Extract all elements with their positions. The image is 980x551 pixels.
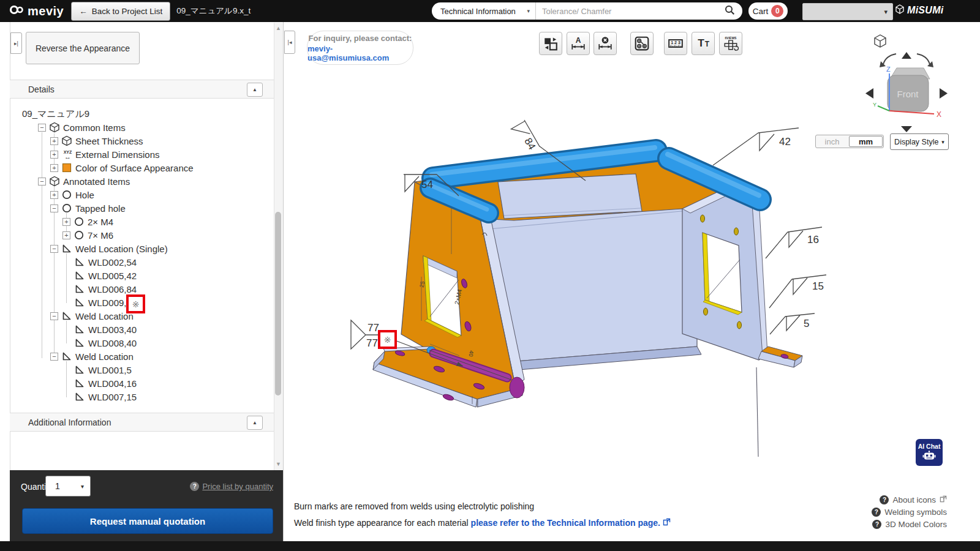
search-icon[interactable]: [725, 5, 735, 18]
help-link-welding-symbols[interactable]: ?Welding symbols: [872, 506, 947, 518]
search-category-select[interactable]: Technical Information ▾: [432, 2, 536, 20]
expand-panel-handle[interactable]: ▸|: [10, 32, 22, 54]
unit-mm-option[interactable]: mm: [849, 136, 883, 147]
details-tree: 09_マニュアル9−Common Items+Sheet Thickness+X…: [10, 107, 273, 403]
request-quotation-button[interactable]: Request manual quotation: [22, 508, 273, 534]
tree-item-label: WLD009,7: [88, 298, 132, 308]
collapse-additional-button[interactable]: ▲: [247, 416, 263, 430]
tree-item[interactable]: WLD008,40: [10, 336, 273, 350]
expander-icon[interactable]: +: [62, 231, 70, 239]
dim-label: 40: [467, 350, 475, 358]
tree-item[interactable]: −Weld Location: [10, 350, 273, 363]
technical-info-link[interactable]: please refer to the Technical Informatio…: [471, 518, 660, 528]
tree-item[interactable]: +Color of Surface Appearance: [10, 161, 273, 174]
expander-icon[interactable]: −: [38, 178, 46, 186]
tree-item-label: WLD001,5: [88, 365, 132, 375]
back-arrow-icon: ←: [79, 7, 88, 16]
expander-icon[interactable]: −: [50, 312, 58, 320]
price-list-link[interactable]: ? Price list by quantity: [190, 482, 273, 491]
tree-item[interactable]: +7× M6: [10, 228, 273, 242]
search-bar: Technical Information ▾: [432, 2, 742, 20]
tree-item[interactable]: −Weld Location (Single): [10, 242, 273, 255]
view-controls[interactable]: Front Z X Y: [865, 35, 948, 132]
tree-item[interactable]: 09_マニュアル9: [10, 107, 273, 121]
tree-item-label: Hole: [75, 190, 94, 200]
help-link-about-icons[interactable]: ?About icons: [880, 493, 947, 506]
3d-viewport[interactable]: 2×M4 25 40: [284, 22, 980, 541]
cube-icon: [49, 122, 62, 133]
tree-item[interactable]: WLD006,84: [10, 282, 273, 296]
tri-icon: [74, 324, 87, 335]
scroll-up-button[interactable]: ▲: [274, 24, 282, 32]
back-to-project-list-button[interactable]: ← Back to Project List: [71, 2, 170, 21]
project-tab-title[interactable]: 09_マニュアル9.x_t: [176, 6, 251, 17]
viewer-area: |◂ For inquiry, please contact: meviy-us…: [283, 22, 980, 541]
scrollbar-thumb[interactable]: [275, 212, 281, 395]
tree-item-label: Tapped hole: [75, 203, 126, 214]
quantity-select[interactable]: 1 ▾: [45, 476, 91, 497]
scroll-down-button[interactable]: ▼: [274, 460, 282, 468]
ai-chat-button[interactable]: AI Chat: [916, 439, 943, 466]
tree-item-label: Sheet Thickness: [75, 136, 143, 146]
additional-info-section-header[interactable]: Additional Information ▲: [10, 413, 274, 432]
reference-mark-box[interactable]: ※: [378, 330, 397, 349]
cart-button[interactable]: Cart 0: [748, 2, 788, 20]
unit-inch-option[interactable]: inch: [816, 135, 848, 148]
tree-item[interactable]: −Common Items: [10, 121, 273, 134]
expander-icon[interactable]: +: [62, 218, 70, 226]
rotate-down-arrow: [901, 126, 912, 132]
external-link-icon: [663, 518, 671, 528]
tree-item-label: WLD006,84: [88, 284, 137, 294]
help-link-3d-model-colors[interactable]: ?3D Model Colors: [872, 518, 947, 530]
expander-icon[interactable]: +: [50, 191, 58, 199]
expander-icon[interactable]: −: [50, 353, 58, 361]
tree-item-label: Color of Surface Appearance: [75, 163, 194, 173]
robot-icon: [922, 451, 937, 463]
tree-item-label: Weld Location: [75, 351, 134, 362]
tree-item[interactable]: +XYZ↔External Dimensions: [10, 148, 273, 161]
iso-view-icon: [875, 35, 886, 47]
tree-item[interactable]: WLD001,5: [10, 363, 273, 377]
tree-item-label: WLD008,40: [88, 338, 137, 348]
orange-icon: [61, 162, 74, 173]
expander-icon[interactable]: −: [50, 245, 58, 253]
tree-item[interactable]: WLD004,16: [10, 377, 273, 390]
tree-item-label: 09_マニュアル9: [22, 108, 89, 120]
circle-icon: [74, 230, 86, 241]
dim-label: 25: [418, 281, 426, 288]
tree-item[interactable]: +2× M4: [10, 215, 273, 228]
collapse-details-button[interactable]: ▲: [247, 83, 263, 97]
meviy-logo[interactable]: meviy: [9, 3, 64, 19]
expander-icon[interactable]: +: [50, 151, 58, 159]
reverse-appearance-button[interactable]: Reverse the Appearance: [26, 32, 140, 64]
svg-text:84: 84: [522, 136, 538, 152]
expander-icon[interactable]: +: [50, 137, 58, 145]
question-icon: ?: [190, 482, 199, 491]
tree-item[interactable]: WLD007,15: [10, 390, 273, 403]
tree-item[interactable]: −Annotated Items: [10, 174, 273, 188]
reference-mark-box[interactable]: ※: [126, 294, 145, 313]
tree-item-label: Weld Location: [75, 311, 134, 321]
display-style-dropdown[interactable]: Display Style ▾: [890, 133, 949, 150]
misumi-cube-icon: [895, 4, 904, 17]
tree-item[interactable]: −Tapped hole: [10, 201, 273, 215]
tree-item[interactable]: WLD003,40: [10, 323, 273, 336]
details-section-header[interactable]: Details ▲: [10, 80, 274, 99]
user-dropdown[interactable]: ▾: [802, 3, 893, 20]
tree-item[interactable]: WLD005,42: [10, 269, 273, 282]
tree-item[interactable]: WLD002,54: [10, 255, 273, 269]
expander-icon[interactable]: +: [50, 164, 58, 172]
tree-item[interactable]: +Sheet Thickness: [10, 134, 273, 148]
tree-item-label: WLD005,42: [88, 271, 137, 281]
tri-icon: [74, 364, 87, 375]
expander-icon[interactable]: −: [50, 204, 58, 212]
expander-icon[interactable]: −: [38, 124, 46, 132]
tree-item[interactable]: +Hole: [10, 188, 273, 201]
y-axis: [878, 106, 889, 111]
search-input[interactable]: [536, 7, 725, 16]
circle-icon: [74, 216, 86, 227]
chevron-down-icon: ▾: [81, 483, 84, 490]
tri-icon: [74, 297, 87, 308]
unit-toggle[interactable]: inch mm: [815, 135, 884, 148]
footer-note-1: Burn marks are removed from welds using …: [294, 501, 534, 511]
